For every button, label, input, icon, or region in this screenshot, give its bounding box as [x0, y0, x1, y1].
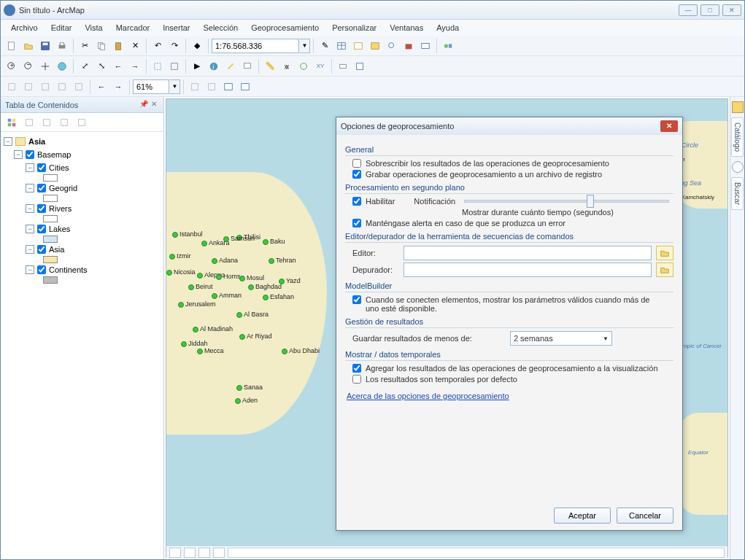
scrollbar[interactable] [228, 548, 725, 558]
toc-icon[interactable] [350, 38, 366, 54]
layer-checkbox[interactable] [37, 184, 46, 192]
pin-icon[interactable]: 📌 [139, 100, 149, 110]
layer-checkbox[interactable] [37, 163, 46, 172]
scale-dropdown[interactable]: ▼ [300, 39, 310, 53]
debugger-browse-button[interactable] [656, 262, 673, 277]
stay-alert-checkbox[interactable] [352, 219, 361, 228]
menu-marcador[interactable]: Marcador [110, 22, 155, 34]
data-view-icon[interactable] [169, 548, 181, 558]
html-popup-icon[interactable] [239, 58, 255, 74]
dd-icon-1[interactable] [187, 79, 203, 95]
forward-icon[interactable]: → [127, 58, 143, 74]
save-icon[interactable] [37, 38, 53, 54]
find-route-icon[interactable] [296, 58, 312, 74]
layer-name[interactable]: Lakes [49, 225, 70, 233]
refresh-icon[interactable] [198, 548, 210, 558]
select-features-icon[interactable] [150, 58, 166, 74]
layer-name[interactable]: Cities [49, 163, 69, 172]
collapse-icon[interactable]: − [26, 163, 34, 172]
group-layer-name[interactable]: Basemap [37, 150, 71, 159]
find-icon[interactable] [279, 58, 295, 74]
add-results-checkbox[interactable] [352, 364, 361, 373]
new-icon[interactable] [4, 38, 20, 54]
keep-results-combo[interactable]: 2 semanas▼ [510, 331, 612, 346]
back-icon[interactable]: ← [110, 58, 126, 74]
notif-slider[interactable] [464, 200, 669, 203]
menu-editar[interactable]: Editar [45, 22, 78, 34]
zoom-out-icon[interactable]: − [20, 58, 36, 74]
list-by-source-icon[interactable] [21, 114, 37, 131]
menu-seleccion[interactable]: Selección [197, 22, 244, 34]
layer-name[interactable]: Rivers [49, 204, 72, 213]
log-checkbox[interactable] [352, 170, 361, 179]
drawing-toolbar-icon[interactable] [237, 79, 253, 95]
cut-icon[interactable]: ✂ [77, 38, 93, 54]
maximize-button[interactable]: □ [700, 4, 719, 16]
layer-name[interactable]: Asia [49, 245, 64, 254]
layout-view-icon[interactable] [184, 548, 196, 558]
layer-checkbox[interactable] [37, 265, 46, 274]
add-data-icon[interactable]: ◆ [189, 38, 205, 54]
layout-btn-2[interactable] [20, 79, 36, 95]
collapse-icon[interactable]: − [14, 150, 23, 159]
layer-checkbox[interactable] [37, 245, 46, 254]
collapse-icon[interactable]: − [26, 184, 34, 192]
dataframe-name[interactable]: Asia [28, 137, 45, 146]
catalog-tab-icon[interactable] [732, 101, 744, 113]
pan-icon[interactable] [37, 58, 53, 74]
layer-name[interactable]: Continents [49, 265, 88, 274]
layout-forward-icon[interactable]: → [110, 79, 126, 95]
menu-ventanas[interactable]: Ventanas [384, 22, 429, 34]
menu-geoprocesamiento[interactable]: Geoprocesamiento [245, 22, 325, 34]
model-builder-icon[interactable] [440, 38, 456, 54]
dd-icon-2[interactable] [204, 79, 220, 95]
minimize-button[interactable]: — [679, 4, 698, 16]
list-by-visibility-icon[interactable] [39, 114, 55, 131]
fixed-zoom-out-icon[interactable]: ⤡ [93, 58, 109, 74]
layer-checkbox[interactable] [26, 150, 34, 159]
hyperlink-icon[interactable] [223, 58, 239, 74]
python-icon[interactable] [417, 38, 433, 54]
editor-input[interactable] [404, 246, 652, 260]
layout-btn-5[interactable] [71, 79, 87, 95]
create-viewer-icon[interactable] [352, 58, 368, 74]
collapse-icon[interactable]: − [26, 245, 34, 254]
menu-archivo[interactable]: Archivo [5, 22, 44, 34]
copy-icon[interactable] [93, 38, 109, 54]
full-extent-icon[interactable] [54, 58, 70, 74]
mb-checkbox[interactable] [352, 295, 361, 304]
go-to-xy-icon[interactable]: XY [312, 58, 328, 74]
delete-icon[interactable]: ✕ [127, 38, 143, 54]
time-slider-icon[interactable] [335, 58, 351, 74]
paste-icon[interactable] [110, 38, 126, 54]
layout-btn-4[interactable] [54, 79, 70, 95]
cancel-button[interactable]: Cancelar [617, 508, 673, 524]
pause-icon[interactable] [213, 548, 225, 558]
search-tab-icon[interactable] [732, 161, 744, 173]
layer-checkbox[interactable] [37, 225, 46, 233]
search-window-icon[interactable] [384, 38, 400, 54]
enable-bg-checkbox[interactable] [352, 197, 361, 206]
collapse-icon[interactable]: − [26, 265, 34, 274]
list-by-drawing-icon[interactable] [4, 114, 20, 131]
fixed-zoom-in-icon[interactable]: ⤢ [77, 58, 93, 74]
menu-personalizar[interactable]: Personalizar [326, 22, 382, 34]
options-icon[interactable] [74, 114, 90, 131]
toc-tree[interactable]: − Asia − Basemap −Cities−Geogrid−Rivers−… [1, 132, 163, 559]
layer-name[interactable]: Geogrid [49, 184, 77, 192]
clear-selection-icon[interactable] [166, 58, 182, 74]
identify-icon[interactable]: i [206, 58, 222, 74]
zoom-in-icon[interactable]: + [4, 58, 20, 74]
zoom-pct-dropdown[interactable]: ▼ [170, 79, 180, 94]
list-by-selection-icon[interactable] [56, 114, 72, 131]
close-button[interactable]: ✕ [722, 4, 741, 16]
editor-browse-button[interactable] [656, 246, 673, 260]
tab-search[interactable]: Buscar [731, 177, 744, 210]
measure-icon[interactable]: 📏 [262, 58, 278, 74]
catalog-icon[interactable] [367, 38, 383, 54]
layout-btn-3[interactable] [37, 79, 53, 95]
table-icon[interactable] [333, 38, 350, 54]
menu-insertar[interactable]: Insertar [157, 22, 196, 34]
dialog-close-button[interactable]: ✕ [660, 120, 678, 132]
pointer-icon[interactable]: ▶ [189, 58, 205, 74]
